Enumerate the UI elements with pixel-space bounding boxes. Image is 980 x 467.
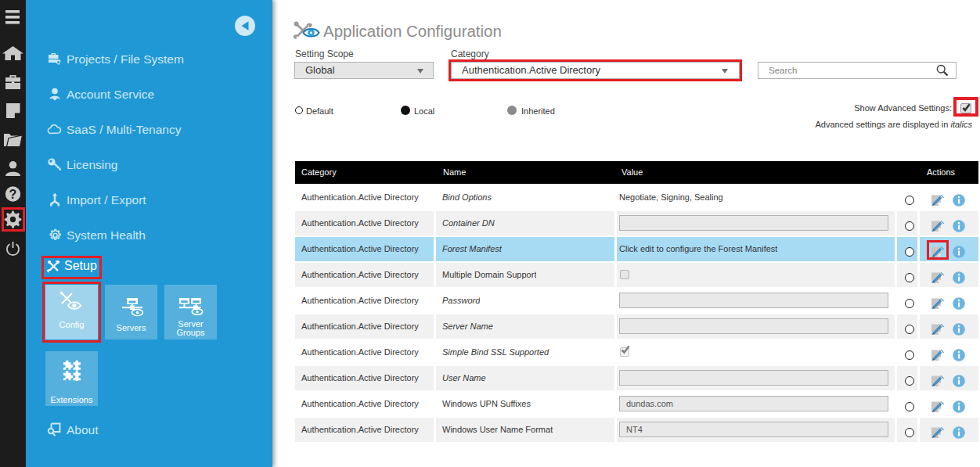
svg-text:?: ? (9, 188, 17, 201)
